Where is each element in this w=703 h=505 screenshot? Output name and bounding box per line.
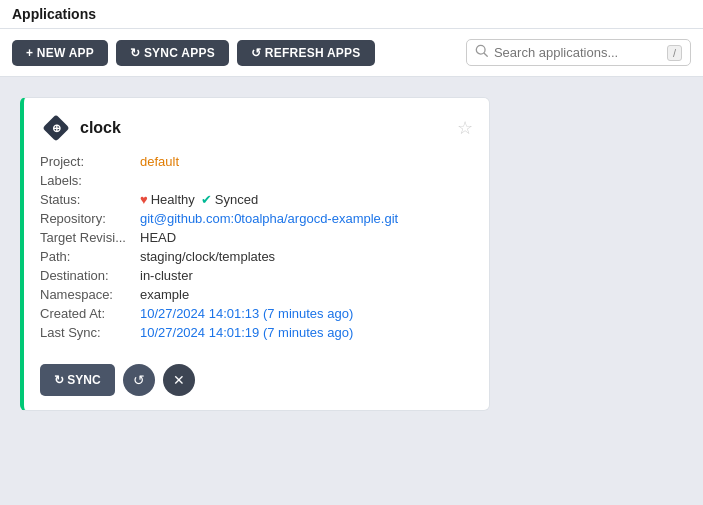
project-row: Project: default <box>40 154 473 169</box>
repository-label: Repository: <box>40 211 140 226</box>
target-revision-row: Target Revisi... HEAD <box>40 230 473 245</box>
new-app-button[interactable]: + NEW APP <box>12 40 108 66</box>
delete-icon: ✕ <box>173 372 185 388</box>
main-content: ⊕ clock ☆ Project: default Labels: Statu… <box>0 77 703 431</box>
path-label: Path: <box>40 249 140 264</box>
labels-row: Labels: <box>40 173 473 188</box>
destination-label: Destination: <box>40 268 140 283</box>
created-at-label: Created At: <box>40 306 140 321</box>
page-title: Applications <box>12 6 96 22</box>
path-value: staging/clock/templates <box>140 249 275 264</box>
synced-check-icon: ✔ <box>201 192 212 207</box>
repository-value: git@github.com:0toalpha/argocd-example.g… <box>140 211 398 226</box>
sync-button[interactable]: ↻ SYNC <box>40 364 115 396</box>
namespace-row: Namespace: example <box>40 287 473 302</box>
card-body: Project: default Labels: Status: ♥ Healt… <box>24 154 489 354</box>
created-at-row: Created At: 10/27/2024 14:01:13 (7 minut… <box>40 306 473 321</box>
toolbar: + NEW APP ↻ SYNC APPS ↺ REFRESH APPS / <box>0 29 703 77</box>
app-card: ⊕ clock ☆ Project: default Labels: Statu… <box>20 97 490 411</box>
refresh-apps-button[interactable]: ↺ REFRESH APPS <box>237 40 375 66</box>
last-sync-row: Last Sync: 10/27/2024 14:01:19 (7 minute… <box>40 325 473 340</box>
path-row: Path: staging/clock/templates <box>40 249 473 264</box>
svg-text:⊕: ⊕ <box>52 122 61 134</box>
favorite-star-icon[interactable]: ☆ <box>457 117 473 139</box>
status-label: Status: <box>40 192 140 207</box>
delete-button[interactable]: ✕ <box>163 364 195 396</box>
last-sync-label: Last Sync: <box>40 325 140 340</box>
search-kbd: / <box>667 45 682 61</box>
card-footer: ↻ SYNC ↺ ✕ <box>24 354 489 410</box>
refresh-icon: ↺ <box>133 372 145 388</box>
app-icon: ⊕ <box>40 112 72 144</box>
status-group: ♥ Healthy ✔ Synced <box>140 192 258 207</box>
search-input[interactable] <box>494 45 662 60</box>
labels-label: Labels: <box>40 173 140 188</box>
heart-icon: ♥ <box>140 192 148 207</box>
healthy-label: Healthy <box>151 192 195 207</box>
target-revision-value: HEAD <box>140 230 176 245</box>
status-row: Status: ♥ Healthy ✔ Synced <box>40 192 473 207</box>
project-label: Project: <box>40 154 140 169</box>
card-title-group: ⊕ clock <box>40 112 121 144</box>
last-sync-value: 10/27/2024 14:01:19 (7 minutes ago) <box>140 325 353 340</box>
app-name: clock <box>80 119 121 137</box>
sync-apps-button[interactable]: ↻ SYNC APPS <box>116 40 229 66</box>
synced-label: Synced <box>215 192 258 207</box>
healthy-status: ♥ Healthy <box>140 192 195 207</box>
destination-value: in-cluster <box>140 268 193 283</box>
card-header: ⊕ clock ☆ <box>24 98 489 154</box>
top-bar: Applications <box>0 0 703 29</box>
namespace-label: Namespace: <box>40 287 140 302</box>
created-at-value: 10/27/2024 14:01:13 (7 minutes ago) <box>140 306 353 321</box>
refresh-button[interactable]: ↺ <box>123 364 155 396</box>
target-revision-label: Target Revisi... <box>40 230 140 245</box>
synced-status: ✔ Synced <box>201 192 258 207</box>
search-icon <box>475 44 489 61</box>
repository-row: Repository: git@github.com:0toalpha/argo… <box>40 211 473 226</box>
project-value: default <box>140 154 179 169</box>
destination-row: Destination: in-cluster <box>40 268 473 283</box>
svg-line-1 <box>484 53 487 56</box>
search-wrapper: / <box>466 39 691 66</box>
namespace-value: example <box>140 287 189 302</box>
